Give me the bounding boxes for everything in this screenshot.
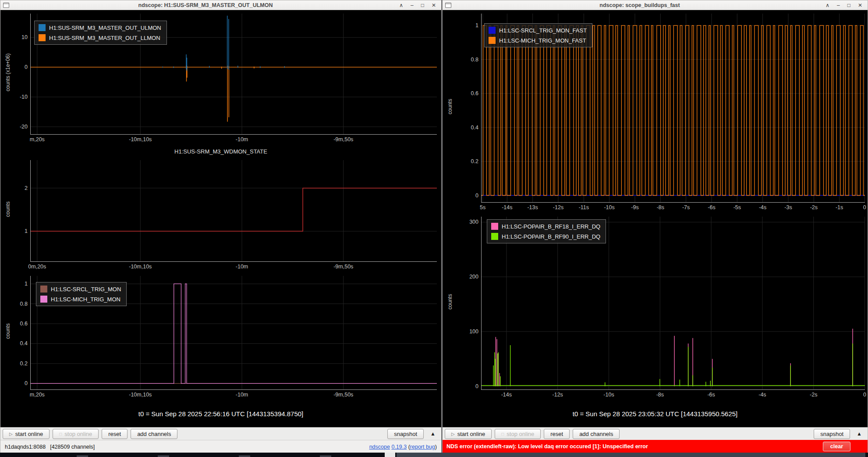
y-tick-label: 1 (25, 228, 28, 234)
x-tick-label: 5s (480, 204, 485, 211)
snapshot-button[interactable]: snapshot (387, 429, 424, 439)
plot-canvas-wdmon[interactable]: 210m,20s-10m,10s-10m-9m,50s (30, 160, 437, 262)
close-icon[interactable]: ✕ (432, 0, 436, 10)
titlebar[interactable]: ndscope: scope_buildups_fast ∧ – □ ✕ (443, 0, 868, 10)
x-tick-label: -7s (682, 204, 690, 211)
plot-legend[interactable]: H1:SUS-SRM_M3_MASTER_OUT_ULMONH1:SUS-SRM… (34, 21, 167, 45)
clear-error-button[interactable]: clear (823, 442, 850, 451)
x-tick-label: -12s (553, 204, 563, 211)
y-tick-label: 0 (475, 193, 478, 199)
legend-label: H1:SUS-SRM_M3_MASTER_OUT_ULMON (49, 25, 161, 31)
x-tick-label: -9m,50s (333, 136, 353, 143)
report-bug-link[interactable]: report bug (410, 444, 435, 450)
start-online-button[interactable]: ▷start online (3, 429, 50, 439)
shade-icon[interactable]: ∧ (825, 0, 829, 10)
x-tick-label: -10m,10s (129, 136, 152, 143)
taskbar-active-item[interactable] (385, 453, 395, 457)
plot-canvas-trig-mon[interactable]: 10.80.60.40.20m,20s-10m,10s-10m-9m,50sH1… (30, 276, 437, 390)
t0-label: t0 = Sun Sep 28 2025 22:56:16 UTC [14431… (0, 400, 441, 427)
window-ndscope-buildups: ndscope: scope_buildups_fast ∧ – □ ✕ 10.… (442, 0, 868, 453)
stop-online-button[interactable]: □stop online (495, 429, 541, 439)
paren: ) (435, 444, 437, 450)
legend-swatch-icon (491, 223, 498, 230)
x-tick-label: -10m (236, 392, 248, 398)
close-icon[interactable]: ✕ (858, 0, 862, 10)
plot-canvas-master-out[interactable]: 100-10-20m,20s-10m,10s-10m-9m,50sH1:SUS-… (30, 14, 437, 135)
y-tick-label: 0.4 (471, 125, 478, 131)
shade-icon[interactable]: ∧ (399, 0, 403, 10)
x-tick-label: -9m,50s (333, 392, 353, 398)
x-tick-label: 0m,20s (28, 264, 46, 270)
legend-item: H1:SUS-SRM_M3_MASTER_OUT_LLMON (39, 34, 161, 41)
x-tick-label: -9m,50s (333, 264, 353, 270)
plot-stack: 10.80.60.40.205s-14s-13s-12s-11s-10s-9s-… (443, 10, 868, 427)
status-bar: h1daqnds1:8088 [428509 channels] ndscope… (0, 440, 441, 453)
version-link[interactable]: 0.19.3 (391, 444, 407, 450)
x-tick-label: -9s (631, 204, 638, 211)
y-tick-label: 0 (25, 380, 28, 386)
expand-menu-icon[interactable]: ▲ (853, 431, 865, 437)
legend-item: H1:LSC-POPAIR_B_RF90_I_ERR_DQ (491, 233, 600, 240)
play-icon: ▷ (451, 432, 455, 436)
maximize-icon[interactable]: □ (847, 0, 850, 10)
y-tick-label: 2 (25, 185, 28, 191)
y-tick-label: 300 (469, 219, 478, 225)
x-tick-label: -12s (553, 392, 563, 398)
add-channels-button[interactable]: add channels (131, 429, 177, 439)
window-controls: ∧ – □ ✕ (399, 0, 441, 10)
maximize-icon[interactable]: □ (421, 0, 424, 10)
plot-legend[interactable]: H1:LSC-SRCL_TRIG_MONH1:LSC-MICH_TRIG_MON (36, 282, 127, 306)
legend-item: H1:LSC-SRCL_TRIG_MON (40, 286, 121, 293)
y-tick-label: -10 (20, 94, 28, 100)
window-menu-icon[interactable] (3, 3, 9, 8)
plot-stack: 100-10-20m,20s-10m,10s-10m-9m,50sH1:SUS-… (0, 10, 441, 427)
x-tick-label: -5s (733, 204, 741, 211)
toolbar: ▷start online □stop online reset add cha… (0, 427, 441, 440)
taskbar[interactable] (0, 453, 868, 457)
reset-button[interactable]: reset (544, 429, 570, 439)
legend-label: H1:LSC-MICH_TRIG_MON (51, 296, 120, 303)
x-tick-label: -10m,10s (129, 392, 152, 398)
stop-icon: □ (501, 432, 504, 436)
stop-online-button[interactable]: □stop online (53, 429, 99, 439)
window-menu-icon[interactable] (445, 3, 451, 8)
taskbar-item (239, 456, 250, 457)
reset-button[interactable]: reset (102, 429, 128, 439)
y-axis-label: counts (0, 157, 15, 262)
taskbar-item (158, 456, 169, 457)
ndscope-link[interactable]: ndscope (369, 444, 390, 450)
plot-canvas-trig-mon-fast[interactable]: 10.80.60.40.205s-14s-13s-12s-11s-10s-9s-… (481, 14, 865, 203)
taskbar-segment (397, 453, 865, 457)
y-tick-label: 0 (25, 64, 28, 70)
y-tick-label: 0.4 (20, 340, 28, 346)
add-channels-button[interactable]: add channels (573, 429, 620, 439)
plot-canvas-popair-err[interactable]: 3002001000-14s-12s-10s-8s-6s-4s-2s0H1:LS… (481, 217, 865, 390)
x-tick-label: -6s (707, 392, 715, 398)
t0-label: t0 = Sun Sep 28 2025 23:05:32 UTC [14431… (443, 400, 868, 427)
minimize-icon[interactable]: – (837, 0, 840, 10)
titlebar[interactable]: ndscope: H1:SUS-SRM_M3_MASTER_OUT_ULMON … (0, 0, 441, 10)
legend-label: H1:LSC-SRCL_TRIG_MON (51, 286, 121, 293)
y-tick-label: 0.2 (471, 158, 478, 164)
y-tick-label: 100 (469, 328, 478, 335)
plot-legend[interactable]: H1:LSC-SRCL_TRIG_MON_FASTH1:LSC-MICH_TRI… (484, 23, 592, 47)
legend-label: H1:SUS-SRM_M3_MASTER_OUT_LLMON (49, 35, 160, 41)
x-tick-label: -10s (603, 392, 614, 398)
y-tick-label: 0.6 (471, 90, 478, 96)
x-tick-label: -10m,10s (129, 264, 152, 270)
x-tick-label: -2s (810, 392, 817, 398)
minimize-icon[interactable]: – (411, 0, 414, 10)
snapshot-button[interactable]: snapshot (814, 429, 850, 439)
plot-popair-err: 3002001000-14s-12s-10s-8s-6s-4s-2s0H1:LS… (443, 213, 868, 400)
x-tick-label: -14s (501, 392, 512, 398)
x-tick-label: -2s (810, 204, 818, 211)
x-tick-label: -10s (604, 204, 614, 211)
plot-legend[interactable]: H1:LSC-POPAIR_B_RF18_I_ERR_DQH1:LSC-POPA… (487, 219, 606, 243)
legend-swatch-icon (40, 296, 47, 303)
expand-menu-icon[interactable]: ▲ (427, 431, 439, 437)
y-tick-label: 200 (469, 274, 478, 280)
stop-icon: □ (59, 432, 62, 436)
legend-item: H1:LSC-MICH_TRIG_MON_FAST (489, 37, 587, 44)
start-online-button[interactable]: ▷start online (445, 429, 492, 439)
plot-title-wdmon: H1:SUS-SRM_M3_WDMON_STATE (0, 145, 441, 157)
